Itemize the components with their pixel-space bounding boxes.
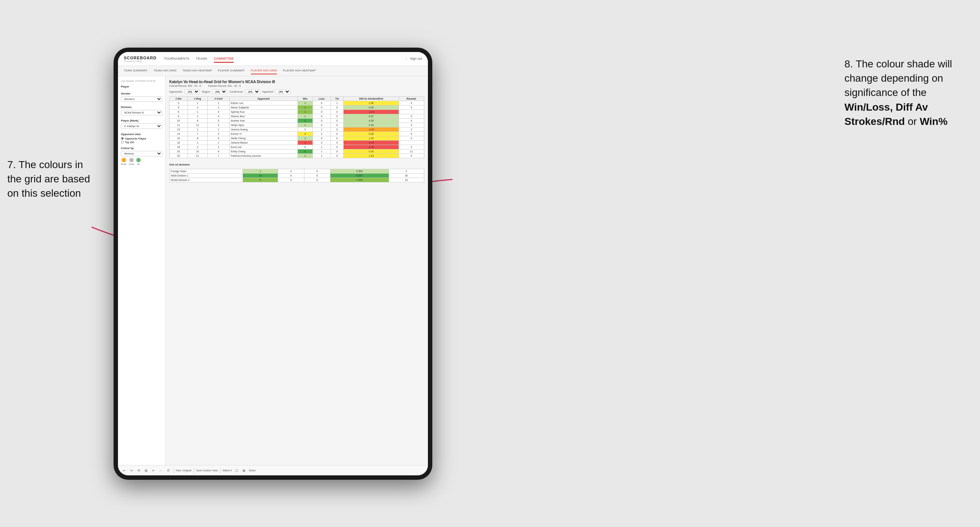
cell-conf: 1 — [207, 141, 229, 145]
overall-record: Overall Record: 353 - 34 - 6 — [169, 84, 201, 87]
main-content: Last Updated: 27/03/2024 16:55:38 Player… — [118, 76, 428, 465]
cell-win: 1 — [298, 105, 312, 110]
toolbar-share-label[interactable]: Share — [249, 469, 256, 472]
cell-tie: 0 — [304, 178, 330, 183]
radio-top100-label: Top 100 — [125, 141, 134, 144]
radio-top100[interactable]: Top 100 — [121, 141, 162, 144]
table-row: 9 1 4 Sharon Mun 1 0 0 3.67 3 — [170, 114, 424, 119]
opponent-filter-select[interactable]: (All) — [275, 89, 291, 94]
top-nav: SCOREBOARD Powered by clippd TOURNAMENTS… — [118, 52, 428, 66]
main-table: # Div # Reg # Conf Opponent Win Loss Tie… — [169, 96, 424, 158]
subnav-team-summary[interactable]: TEAM SUMMARY — [124, 67, 148, 75]
table-row: 15 8 5 Stella Cheng 1 0 0 1.25 4 — [170, 136, 424, 141]
sidebar-opponent-view-label: Opponent view — [121, 133, 162, 136]
cell-tie: 0 — [331, 114, 343, 119]
table-row: 18 2 2 Euna Lee 0 1 0 -5.00 2 — [170, 145, 424, 149]
sidebar-division-select[interactable]: NCAA Division III — [121, 110, 162, 115]
toolbar-save-label[interactable]: Save Custom View — [196, 469, 218, 472]
cell-conf: 6 — [207, 149, 229, 154]
subnav-team-h2h-heatmap[interactable]: TEAM H2H HEATMAP — [183, 67, 212, 75]
toolbar-share-icon[interactable]: ⬡ — [234, 468, 239, 473]
toolbar-dots[interactable]: ··· — [158, 468, 163, 473]
cell-opponent: Federica Domecq Lacroze — [229, 154, 298, 158]
cell-conf: 3 — [207, 110, 229, 114]
sidebar-player-rank-select[interactable]: 8. Katelyn Vo — [121, 124, 162, 129]
cell-tie: 0 — [331, 110, 343, 114]
cell-diff: 1.33 — [344, 154, 399, 158]
cell-tie: 0 — [331, 141, 343, 145]
legend-row: Down Level Up — [121, 158, 162, 165]
sidebar-gender-select[interactable]: Women's — [121, 96, 162, 102]
cell-div: 11 — [170, 123, 188, 127]
cell-opponent: NAIA Division 1 — [170, 174, 243, 178]
sidebar-colour-select[interactable]: Win/loss — [121, 151, 162, 156]
cell-opponent: Jessica Huang — [229, 127, 298, 132]
subnav-player-summary[interactable]: PLAYER SUMMARY — [218, 67, 245, 75]
cell-tie: 0 — [331, 119, 343, 123]
cell-rounds: 3 — [399, 123, 424, 127]
overall-record-label: Overall Record: — [169, 84, 187, 87]
subnav-player-h2h-heatmap[interactable]: PLAYER H2H HEATMAP — [283, 67, 316, 75]
cell-tie: 0 — [331, 145, 343, 149]
nav-teams[interactable]: TEAMS — [196, 55, 207, 63]
annotation-right: 8. The colour shade will change dependin… — [845, 57, 973, 129]
toolbar-undo[interactable]: ↩ — [122, 468, 127, 473]
sidebar-division-label: Division — [121, 105, 162, 109]
cell-reg: 1 — [188, 114, 207, 119]
conference-filter-label: Conference — [229, 90, 242, 93]
cell-opponent: Sydney Kuo — [229, 110, 298, 114]
cell-rounds: 11 — [399, 149, 424, 154]
conference-filter-select[interactable]: (All) — [245, 89, 260, 94]
legend-level-label: Level — [129, 163, 134, 165]
radio-opponents-played[interactable]: Opponents Played — [121, 137, 162, 140]
cell-loss: 0 — [313, 110, 331, 114]
cell-win: 1 — [298, 141, 312, 145]
cell-tie: 0 — [331, 149, 343, 154]
subnav-player-h2h-grid[interactable]: PLAYER H2H GRID — [251, 67, 277, 75]
toolbar-divider-3 — [220, 468, 221, 473]
division-record: Division Record: 331 - 34 - 6 — [208, 84, 241, 87]
out-of-division-header: Out of division — [169, 162, 424, 167]
opponents-filter-select[interactable]: (All) — [185, 89, 200, 94]
toolbar-grid[interactable]: ⊞ — [143, 468, 149, 473]
cell-reg: 7 — [188, 132, 207, 136]
nav-committee[interactable]: COMMITTEE — [214, 55, 234, 63]
out-of-division-table: Foreign Team 1 0 0 4.500 2 NAIA Division… — [169, 169, 424, 183]
cell-diff: -0.94 — [344, 141, 399, 145]
radio-top100-dot — [121, 141, 124, 144]
nav-right: › Sign out — [406, 55, 422, 63]
radio-opponents-played-dot — [121, 137, 124, 140]
cell-diff: 7.400 — [330, 178, 389, 183]
table-row: NCAA Division 2 5 0 0 7.400 10 — [170, 178, 424, 183]
cell-tie: 0 — [331, 105, 343, 110]
toolbar-refresh[interactable]: ⟲ — [136, 468, 142, 473]
cell-loss: 1 — [313, 149, 331, 154]
nav-tournaments[interactable]: TOURNAMENTS — [164, 55, 189, 63]
cell-loss: 0 — [313, 105, 331, 110]
table-row: 10 6 3 Andrea York 2 0 0 4.00 4 — [170, 119, 424, 123]
sidebar-player-label: Player — [121, 85, 162, 88]
grid-title: Katelyn Vo Head-to-Head Grid for Women's… — [169, 80, 424, 84]
cell-tie: 0 — [331, 136, 343, 141]
toolbar-watch-label[interactable]: Watch ▾ — [223, 469, 232, 472]
opponent-filter-label: Opponent — [262, 90, 274, 93]
cell-div: 6 — [170, 110, 188, 114]
table-row: Foreign Team 1 0 0 4.500 2 — [170, 169, 424, 174]
toolbar-view-label[interactable]: View: Original — [176, 469, 192, 472]
toolbar-timer[interactable]: ⏱ — [165, 468, 171, 473]
cell-loss: 0 — [278, 174, 304, 178]
cell-loss: 2 — [313, 132, 331, 136]
toolbar-cut[interactable]: ✂ — [151, 468, 156, 473]
toolbar-redo[interactable]: ↪ — [129, 468, 134, 473]
region-filter-select[interactable]: (All) — [212, 89, 227, 94]
cell-opponent: Emily Chang — [229, 149, 298, 154]
legend-down: Down — [121, 158, 126, 165]
cell-win: 0 — [298, 127, 312, 132]
toolbar-share-btn[interactable]: ⊠ — [242, 468, 247, 473]
cell-conf: 2 — [207, 145, 229, 149]
nav-signout[interactable]: Sign out — [410, 55, 422, 63]
subnav-team-h2h-grid[interactable]: TEAM H2H GRID — [153, 67, 177, 75]
table-row: 20 11 7 Federica Domecq Lacroze 2 1 0 1.… — [170, 154, 424, 158]
cell-reg: 1 — [188, 141, 207, 145]
col-opponent: Opponent — [229, 97, 298, 101]
